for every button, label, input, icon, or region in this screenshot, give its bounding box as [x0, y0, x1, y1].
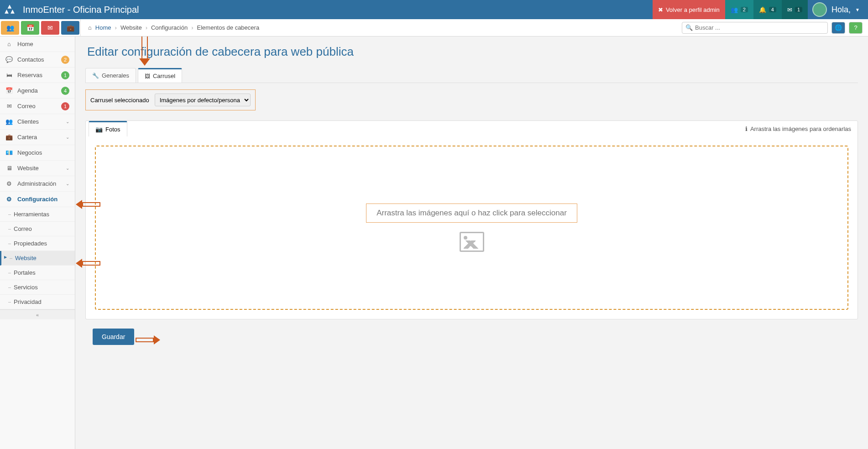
search-wrap: 🔍: [682, 22, 828, 34]
breadcrumb-current: Elementos de cabecera: [197, 24, 260, 31]
carousel-selector-row: Carrusel seleccionado Imágenes por defec…: [85, 89, 256, 110]
search-input[interactable]: [682, 22, 828, 34]
quick-buttons: 👥 📅 ✉ 💼: [0, 19, 80, 37]
breadcrumb-website: Website: [120, 24, 142, 31]
app-logo: [0, 0, 19, 19]
sidebar-sub-label: Privacidad: [14, 298, 42, 305]
sidebar-item-agenda[interactable]: 📅Agenda4: [0, 83, 75, 99]
sidebar-sub-herramientas[interactable]: Herramientas: [0, 207, 75, 222]
image-icon: 🖼: [145, 73, 150, 79]
users-icon: 👥: [731, 6, 738, 13]
sidebar-sub-privacidad[interactable]: Privacidad: [0, 295, 75, 309]
home-icon: ⌂: [5, 41, 13, 47]
sidebar-item-label: Configuración: [17, 196, 69, 203]
sidebar-sub-portales[interactable]: Portales: [0, 266, 75, 280]
sidebar-sub-servicios[interactable]: Servicios: [0, 280, 75, 295]
mail-icon: ✉: [5, 103, 13, 110]
sidebar-item-reservas[interactable]: 🛏Reservas1: [0, 68, 75, 83]
sidebar-sub-correo[interactable]: Correo: [0, 222, 75, 236]
breadcrumb-home[interactable]: Home: [95, 24, 111, 31]
users-icon: 👥: [5, 118, 13, 125]
sidebar-sub-label: Propiedades: [14, 240, 47, 247]
help-icon: ?: [854, 24, 857, 31]
notifications-badge: 4: [769, 7, 776, 12]
main-content: Editar configuración de cabecera para we…: [75, 37, 868, 449]
save-button[interactable]: Guardar: [93, 329, 134, 345]
sidebar-item-negocios[interactable]: 💶Negocios: [0, 145, 75, 161]
breadcrumb-config: Configuración: [151, 24, 188, 31]
globe-button[interactable]: 🌐: [831, 22, 845, 34]
sidebar-sub-website[interactable]: Website: [0, 251, 75, 266]
sidebar-item-label: Reservas: [17, 72, 57, 78]
chevron-down-icon: ⌄: [66, 135, 69, 140]
calendar-icon: 📅: [26, 24, 34, 31]
globe-icon: 🌐: [835, 24, 842, 31]
carousel-select[interactable]: Imágenes por defecto/personalizadas: [155, 94, 251, 106]
sidebar-sub-propiedades[interactable]: Propiedades: [0, 236, 75, 251]
sidebar-item-contactos[interactable]: 💬Contactos2: [0, 52, 75, 68]
image-dropzone[interactable]: Arrastra las imágenes aquí o haz click p…: [95, 146, 848, 310]
sidebar-item-label: Website: [17, 165, 61, 172]
sidebar-item-label: Agenda: [17, 87, 57, 94]
home-icon: ⌂: [88, 24, 92, 31]
sidebar-item-correo[interactable]: ✉Correo1: [0, 99, 75, 114]
mail-icon: ✉: [47, 24, 53, 31]
bed-icon: 🛏: [5, 72, 13, 78]
app-title: InmoEnter - Oficina Principal: [19, 5, 139, 15]
sidebar-item-website[interactable]: 🖥Website⌄: [0, 161, 75, 176]
topbar-mail-button[interactable]: ✉ 1: [782, 0, 808, 19]
monitor-icon: 🖥: [5, 165, 13, 172]
badge: 1: [61, 102, 69, 110]
topbar-notifications-button[interactable]: 🔔 4: [753, 0, 782, 19]
quick-mail-button[interactable]: ✉: [41, 21, 59, 35]
sidebar-item-home[interactable]: ⌂Home: [0, 37, 75, 52]
tab-generales[interactable]: 🔧 Generales: [85, 68, 136, 83]
sidebar: ⌂Home 💬Contactos2 🛏Reservas1 📅Agenda4 ✉C…: [0, 37, 75, 449]
chevron-down-icon: ▼: [855, 7, 860, 12]
tab-carrusel[interactable]: 🖼 Carrusel: [138, 68, 182, 83]
sidebar-sub-label: Servicios: [14, 284, 38, 291]
selector-label: Carrusel seleccionado: [90, 97, 149, 104]
sidebar-item-label: Clientes: [17, 118, 61, 125]
mail-icon: ✉: [787, 6, 792, 13]
topbar-users-button[interactable]: 👥 2: [725, 0, 753, 19]
wrench-icon: 🔧: [92, 73, 99, 79]
close-icon: ✖: [658, 6, 663, 13]
sidebar-collapse-button[interactable]: «: [0, 309, 75, 319]
chevron-down-icon: ⌄: [66, 119, 69, 124]
sidebar-sub-label: Portales: [14, 269, 36, 276]
quick-briefcase-button[interactable]: 💼: [61, 21, 79, 35]
sidebar-item-configuracion[interactable]: ⚙Configuración: [0, 192, 75, 207]
sidebar-item-label: Correo: [17, 103, 57, 110]
mail-badge: 1: [795, 7, 802, 12]
dropzone-text: Arrastra las imágenes aquí o haz click p…: [366, 204, 577, 223]
sidebar-item-label: Administración: [17, 180, 61, 187]
gear-icon: ⚙: [5, 196, 13, 203]
sidebar-item-label: Cartera: [17, 134, 61, 141]
quick-users-button[interactable]: 👥: [1, 21, 19, 35]
sidebar-item-cartera[interactable]: 💼Cartera⌄: [0, 130, 75, 145]
sidebar-item-label: Negocios: [17, 149, 69, 156]
breadcrumb: ⌂ Home › Website › Configuración › Eleme…: [80, 19, 259, 37]
user-menu[interactable]: Hola, ▼: [808, 2, 868, 17]
money-icon: 💶: [5, 149, 13, 156]
quick-calendar-button[interactable]: 📅: [21, 21, 39, 35]
chat-icon: 💬: [5, 56, 13, 63]
back-to-admin-button[interactable]: ✖ Volver a perfil admin: [653, 0, 725, 19]
chevron-down-icon: ⌄: [66, 166, 69, 171]
info-icon: ℹ: [745, 125, 748, 132]
sidebar-sub-label: Herramientas: [14, 211, 49, 218]
photos-panel: 📷 Fotos ℹ Arrastra las imágenes para ord…: [85, 120, 858, 319]
camera-icon: 📷: [95, 126, 103, 133]
tab-label: Fotos: [105, 126, 120, 133]
reorder-hint: ℹ Arrastra las imágenes para ordenarlas: [739, 121, 858, 136]
sidebar-item-label: Contactos: [17, 56, 57, 63]
briefcase-icon: 💼: [5, 134, 13, 141]
fotos-tab[interactable]: 📷 Fotos: [89, 121, 127, 136]
sidebar-item-admin[interactable]: ⚙Administración⌄: [0, 176, 75, 192]
search-icon: 🔍: [685, 24, 693, 31]
help-button[interactable]: ?: [849, 22, 863, 34]
briefcase-icon: 💼: [67, 24, 74, 31]
sidebar-item-clientes[interactable]: 👥Clientes⌄: [0, 114, 75, 130]
user-greeting: Hola,: [831, 5, 851, 15]
